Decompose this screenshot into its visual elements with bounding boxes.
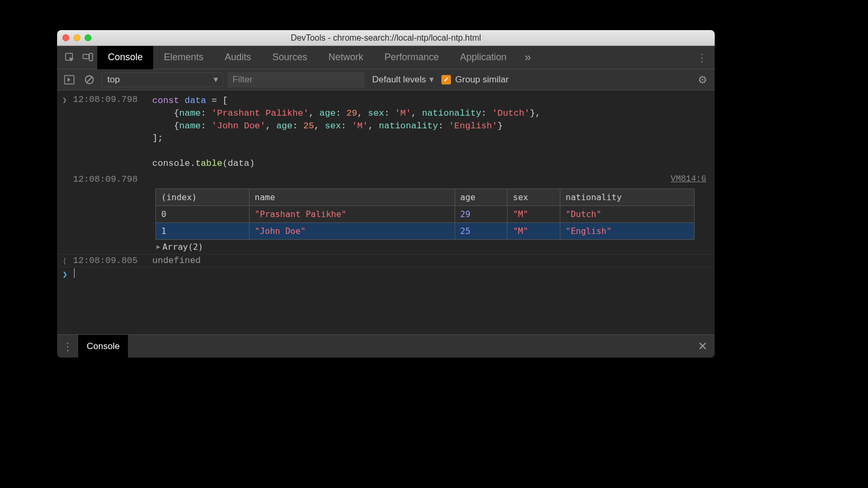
output-gutter <box>62 174 73 175</box>
console-prompt-row[interactable]: ❯ <box>57 267 715 281</box>
devtools-tabstrip: ConsoleElementsAuditsSourcesNetworkPerfo… <box>57 46 715 69</box>
drawer-console-tab[interactable]: Console <box>78 335 128 358</box>
tab-console[interactable]: Console <box>97 46 153 69</box>
execution-context-select[interactable]: top <box>101 72 223 87</box>
maximize-window-button[interactable] <box>85 34 91 41</box>
clear-console-icon[interactable] <box>81 72 97 87</box>
return-chevron-icon: ⟨ <box>62 256 73 266</box>
drawer-kebab-icon[interactable]: ⋮ <box>57 340 78 353</box>
minimize-window-button[interactable] <box>73 34 80 41</box>
tab-network[interactable]: Network <box>318 46 374 69</box>
svg-line-5 <box>87 77 92 82</box>
tab-sources[interactable]: Sources <box>262 46 318 69</box>
table-cell: "English" <box>560 222 695 239</box>
table-cell: "Prashant Palikhe" <box>249 205 455 222</box>
table-cell: 1 <box>156 222 250 239</box>
console-input-row: ❯ 12:08:09.798 const data = [ {name: 'Pr… <box>57 93 715 171</box>
output-timestamp: 12:08:09.798 <box>73 174 152 184</box>
prompt-chevron-icon: ❯ <box>62 268 73 280</box>
code-snippet: const data = [ {name: 'Prashant Palikhe'… <box>152 95 709 170</box>
table-header-cell[interactable]: age <box>455 189 507 205</box>
console-output-row: 12:08:09.798 VM814:6 <box>57 171 715 185</box>
return-timestamp: 12:08:09.805 <box>73 256 152 266</box>
table-cell: 0 <box>156 205 250 222</box>
group-similar-label: Group similar <box>455 74 509 85</box>
svg-rect-1 <box>83 54 89 59</box>
log-levels-label: Default levels <box>372 74 426 85</box>
table-header-row: (index)nameagesexnationality <box>156 189 695 205</box>
console-return-row: ⟨ 12:08:09.805 undefined <box>57 254 715 267</box>
table-header-cell[interactable]: sex <box>507 189 560 205</box>
array-label: Array(2) <box>162 242 203 252</box>
log-levels-select[interactable]: Default levels <box>369 74 437 85</box>
close-window-button[interactable] <box>62 34 69 41</box>
input-timestamp: 12:08:09.798 <box>73 95 152 105</box>
execution-context-label: top <box>107 74 120 85</box>
return-value: undefined <box>152 256 201 266</box>
table-header-cell[interactable]: nationality <box>560 189 695 205</box>
table-header-cell[interactable]: (index) <box>156 189 250 205</box>
console-toolbar: top Default levels ✓ Group similar ⚙ <box>57 69 715 90</box>
table-header-cell[interactable]: name <box>249 189 455 205</box>
table-cell: "Dutch" <box>560 205 695 222</box>
source-link[interactable]: VM814:6 <box>671 174 709 184</box>
drawer: ⋮ Console ✕ <box>57 334 715 358</box>
expand-triangle-icon: ▶ <box>156 243 160 250</box>
table-cell: "M" <box>507 205 560 222</box>
console-settings-icon[interactable]: ⚙ <box>695 73 710 86</box>
filter-input[interactable] <box>227 72 365 88</box>
table-cell: "John Doe" <box>249 222 455 239</box>
device-toolbar-icon[interactable] <box>79 49 96 66</box>
titlebar: DevTools - chrome-search://local-ntp/loc… <box>57 30 715 46</box>
input-chevron-icon: ❯ <box>62 95 73 105</box>
array-expand-toggle[interactable]: ▶ Array(2) <box>155 240 709 253</box>
svg-rect-2 <box>89 53 93 61</box>
tab-performance[interactable]: Performance <box>374 46 449 69</box>
table-cell: "M" <box>507 222 560 239</box>
console-log-area[interactable]: ❯ 12:08:09.798 const data = [ {name: 'Pr… <box>57 90 715 334</box>
table-cell: 25 <box>455 222 507 239</box>
data-table: (index)nameagesexnationality 0"Prashant … <box>155 189 695 240</box>
drawer-tab-label: Console <box>87 341 119 352</box>
main-tabs: ConsoleElementsAuditsSourcesNetworkPerfo… <box>97 46 517 69</box>
more-tabs-button[interactable]: » <box>517 51 538 64</box>
toggle-sidebar-icon[interactable] <box>61 72 77 87</box>
table-row[interactable]: 1"John Doe"25"M""English" <box>156 222 695 239</box>
element-picker-icon[interactable] <box>61 49 78 66</box>
drawer-close-icon[interactable]: ✕ <box>690 340 715 353</box>
tab-application[interactable]: Application <box>449 46 517 69</box>
traffic-lights <box>62 34 91 41</box>
window-title: DevTools - chrome-search://local-ntp/loc… <box>57 33 715 43</box>
table-body: 0"Prashant Palikhe"29"M""Dutch"1"John Do… <box>156 205 695 239</box>
table-cell: 29 <box>455 205 507 222</box>
tab-audits[interactable]: Audits <box>214 46 262 69</box>
prompt-input[interactable] <box>73 268 75 278</box>
devtools-window: DevTools - chrome-search://local-ntp/loc… <box>57 30 715 358</box>
tab-elements[interactable]: Elements <box>153 46 214 69</box>
group-similar-checkbox[interactable]: ✓ <box>441 75 451 85</box>
console-table-output: (index)nameagesexnationality 0"Prashant … <box>155 189 709 253</box>
table-row[interactable]: 0"Prashant Palikhe"29"M""Dutch" <box>156 205 695 222</box>
settings-kebab-icon[interactable]: ⋮ <box>694 49 710 66</box>
